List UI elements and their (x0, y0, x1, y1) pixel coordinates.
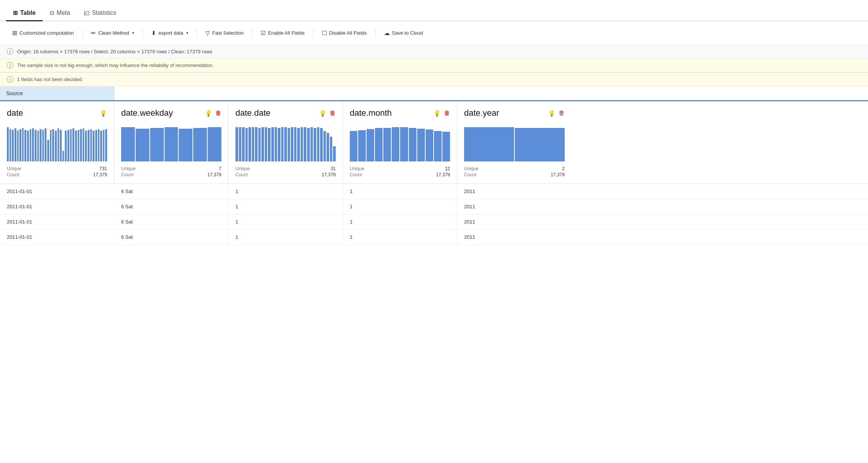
delete-icon-date.year[interactable]: 🗑 (559, 110, 565, 117)
disable-all-fields-button[interactable]: ☐ Disable All Fields (317, 27, 372, 39)
save-to-cloud-button[interactable]: ☁ Save to Cloud (379, 27, 429, 39)
bar-date.date-10 (268, 128, 271, 161)
col-stats-date.year: Unique2Count17,379 (464, 166, 565, 177)
lightbulb-icon-date.year[interactable]: 💡 (548, 110, 556, 117)
bar-date.weekday-0 (121, 127, 135, 161)
bar-date.date-14 (281, 127, 284, 161)
stat-count-row-date.weekday: Count17,379 (121, 172, 221, 177)
tab-meta-label: Meta (57, 10, 70, 16)
bar-date.month-5 (392, 127, 399, 161)
stat-unique-row-date: Unique731 (7, 166, 107, 171)
data-cell-2-2: 1 (229, 214, 343, 229)
unique-label-date.year: Unique (464, 166, 479, 171)
bar-date-34 (93, 131, 94, 161)
bar-date-16 (47, 140, 49, 161)
customized-computation-button[interactable]: ⊞ Customized computation (7, 27, 79, 39)
bar-date.date-15 (284, 127, 287, 161)
bar-date-1 (10, 129, 11, 161)
data-row-2: 2011-01-016 Sat112011 (0, 214, 868, 230)
bar-date-29 (80, 129, 82, 161)
chart-date.year (464, 123, 565, 161)
bar-date.year-0 (464, 127, 514, 161)
bar-date-14 (42, 130, 44, 161)
fast-selection-button[interactable]: ▽ Fast Selection (200, 27, 249, 39)
data-cell-0-2: 1 (229, 184, 343, 199)
bar-date.date-25 (317, 127, 320, 161)
bar-date-39 (105, 129, 107, 161)
data-cell-2-0: 2011-01-01 (0, 214, 114, 229)
enable-all-fields-button[interactable]: ☑ Enable All Fields (255, 27, 310, 39)
unique-value-date.date: 31 (331, 166, 336, 171)
data-cell-3-0: 2011-01-01 (0, 230, 114, 244)
col-header-date.year: date.year💡🗑 (464, 108, 565, 118)
tab-meta[interactable]: ⊟ Meta (43, 10, 77, 21)
col-header-date.weekday: date.weekday💡🗑 (121, 108, 221, 118)
lightbulb-icon-date.date[interactable]: 💡 (319, 110, 327, 117)
unique-value-date.weekday: 7 (219, 166, 221, 171)
export-data-label: export data (159, 30, 183, 36)
bar-date-26 (72, 128, 74, 161)
clean-method-icon: ✏ (91, 30, 96, 37)
bar-date.month-2 (367, 129, 374, 161)
clean-method-button[interactable]: ✏ Clean Method ▾ (86, 27, 139, 39)
col-actions-date.month: 💡🗑 (433, 110, 450, 117)
count-label-date.year: Count (464, 172, 476, 177)
tabs-bar: ⊞ Table ⊟ Meta 🗠 Statistics (0, 0, 868, 21)
export-chevron: ▾ (186, 31, 188, 35)
col-header-date.month: date.month💡🗑 (350, 108, 450, 118)
lightbulb-icon-date.weekday[interactable]: 💡 (205, 110, 212, 117)
col-name-date.weekday: date.weekday (121, 108, 173, 118)
stat-count-row-date: Count17,379 (7, 172, 107, 177)
bar-date.weekday-4 (179, 129, 192, 161)
divider-1 (82, 29, 83, 37)
unique-label-date.weekday: Unique (121, 166, 136, 171)
bar-date-27 (75, 131, 77, 161)
stat-unique-row-date.weekday: Unique7 (121, 166, 221, 171)
col-panel-date.weekday: date.weekday💡🗑Unique7Count17,379 (114, 101, 229, 184)
stat-count-row-date.date: Count17,379 (235, 172, 336, 177)
bar-date-20 (58, 128, 59, 161)
divider-2 (143, 29, 143, 37)
bar-date-2 (12, 130, 14, 161)
bar-date.month-7 (409, 128, 416, 161)
cloud-icon: ☁ (384, 30, 390, 37)
col-name-date.date: date.date (235, 108, 271, 118)
lightbulb-icon-date[interactable]: 💡 (99, 110, 107, 117)
tab-statistics[interactable]: 🗠 Statistics (77, 10, 123, 21)
bar-date-17 (50, 130, 52, 161)
meta-icon: ⊟ (50, 10, 54, 16)
tab-table[interactable]: ⊞ Table (6, 10, 43, 21)
bar-date.date-9 (265, 127, 267, 161)
bar-date-5 (19, 129, 21, 161)
unique-label-date.date: Unique (235, 166, 250, 171)
delete-icon-date.date[interactable]: 🗑 (330, 110, 336, 117)
bar-date.month-8 (417, 129, 425, 161)
delete-icon-date.month[interactable]: 🗑 (444, 110, 450, 117)
export-data-button[interactable]: ⬇ export data ▾ (146, 27, 194, 39)
info-icon: i (7, 48, 13, 55)
stat-unique-row-date.year: Unique2 (464, 166, 565, 171)
bar-date-23 (65, 131, 67, 161)
warning-icon-2: i (7, 76, 13, 83)
data-cell-0-3: 1 (343, 184, 457, 199)
col-name-date.month: date.month (350, 108, 392, 118)
delete-icon-date.weekday[interactable]: 🗑 (215, 110, 221, 117)
bar-date.date-5 (252, 127, 255, 161)
bar-date-24 (67, 130, 69, 161)
bar-date-3 (14, 128, 16, 161)
unique-value-date.month: 12 (445, 166, 450, 171)
data-cell-0-0: 2011-01-01 (0, 184, 114, 199)
col-actions-date.date: 💡🗑 (319, 110, 336, 117)
table-icon: ⊞ (13, 10, 18, 16)
stat-count-row-date.month: Count17,379 (350, 172, 450, 177)
bar-date.date-12 (275, 127, 277, 161)
info-text: Origin: 16 columns × 17379 rows / Select… (17, 49, 212, 54)
bar-date-8 (27, 131, 29, 161)
disable-all-fields-label: Disable All Fields (329, 30, 367, 36)
bar-date.date-16 (288, 128, 290, 161)
enable-all-fields-label: Enable All Fields (268, 30, 304, 36)
bar-date.month-3 (375, 128, 383, 161)
bar-date-30 (83, 128, 85, 161)
lightbulb-icon-date.month[interactable]: 💡 (433, 110, 441, 117)
col-panel-date.month: date.month💡🗑Unique12Count17,379 (343, 101, 457, 184)
